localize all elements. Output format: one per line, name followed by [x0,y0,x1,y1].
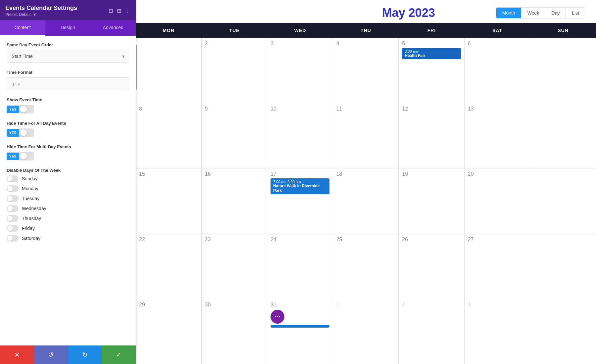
cal-cell-w1-d6[interactable]: 6 [465,38,530,103]
cal-cell-w4-d1[interactable]: 22 [136,234,202,299]
view-month-button[interactable]: Month [496,8,522,18]
hide-time-multi-day-group: Hide Time For Multi-Day Events YES [7,144,129,160]
checkbox-inner-thursday [7,216,13,221]
view-week-button[interactable]: Week [522,8,546,18]
checkbox-inner-wednesday [7,206,13,211]
cal-cell-w4-d2[interactable]: 23 [202,234,268,299]
cal-cell-w5-d6[interactable]: 3 [465,299,530,364]
day-toggle-monday[interactable]: Monday [7,185,129,192]
minimize-icon[interactable]: ⊡ [109,8,113,14]
cal-cell-w3-d4[interactable]: 18 [333,168,399,233]
toggle-switch2[interactable] [19,128,34,137]
hide-time-multi-day-label: Hide Time For Multi-Day Events [7,144,129,149]
cal-cell-w1-d1[interactable] [136,38,202,103]
cal-cell-w5-d1[interactable]: 29 [136,299,202,364]
checkbox-box-tuesday[interactable] [7,195,19,202]
expand-icon[interactable]: ⊞ [117,8,121,14]
day-toggle-saturday[interactable]: Saturday [7,235,129,242]
cell-number: 4 [336,41,395,47]
cell-number: 3 [468,302,527,308]
checkbox-box-monday[interactable] [7,185,19,192]
checkbox-inner-sunday [7,176,13,181]
cal-cell-w3-d2[interactable]: 16 [202,168,268,233]
event-name: Health Fair [405,53,458,58]
tab-design[interactable]: Design [45,20,91,36]
view-list-button[interactable]: List [566,8,585,18]
day-header-tue: TUE [202,23,268,38]
event-health-fair[interactable]: 8:00 am Health Fair [402,48,461,59]
cal-cell-w4-d5[interactable]: 26 [399,234,465,299]
cal-cell-w4-d7[interactable] [530,234,596,299]
event-nature-walk[interactable]: 7:00 am-9:00 am Nature Walk in Riverside… [271,178,329,194]
cal-cell-w2-d7[interactable] [530,103,596,168]
cal-cell-w1-d2[interactable]: 2 [202,38,268,103]
cal-cell-w3-d6[interactable]: 20 [465,168,530,233]
event-time: 8:00 am [405,49,458,53]
cal-cell-w2-d2[interactable]: 9 [202,103,268,168]
day-toggle-friday[interactable]: Friday [7,225,129,232]
save-button[interactable]: ✓ [102,345,136,364]
checkbox-box-saturday[interactable] [7,235,19,242]
cal-cell-w4-d6[interactable]: 27 [465,234,530,299]
cal-cell-w1-d7[interactable] [530,38,596,103]
checkbox-list: Sunday Monday Tuesday Wednesday Thursday [7,175,129,242]
same-day-event-order-select[interactable]: Start Time End Time Title [7,50,129,62]
calendar-grid: MON TUE WED THU FRI SAT SUN 2 3 [136,23,596,364]
cal-cell-w3-d1[interactable]: 15 [136,168,202,233]
toggle-switch3[interactable] [19,152,34,160]
more-events-button[interactable]: ··· [271,310,284,324]
cal-cell-w5-d3[interactable]: 31 ··· [267,299,333,364]
same-day-event-order-select-wrapper[interactable]: Start Time End Time Title ▾ [7,50,129,63]
cal-cell-w1-d3[interactable]: 3 [267,38,333,103]
event-time: 7:00 am-9:00 am [273,180,327,184]
cal-cell-w1-d4[interactable]: 4 [333,38,399,103]
cell-number: 16 [205,171,264,177]
cell-number: 31 [271,302,329,308]
tab-content[interactable]: Content [0,20,45,36]
day-toggle-sunday[interactable]: Sunday [7,175,129,182]
checkbox-box-sunday[interactable] [7,175,19,182]
tab-advanced[interactable]: Advanced [90,20,136,36]
cal-cell-w2-d6[interactable]: 13 [465,103,530,168]
cal-cell-w2-d1[interactable]: 8 [136,103,202,168]
checkbox-box-thursday[interactable] [7,215,19,222]
cal-cell-w5-d4[interactable]: 1 [333,299,399,364]
cell-number: 12 [402,106,461,112]
cancel-button[interactable]: ✕ [0,345,34,364]
calendar-week-1: 2 3 4 5 8:00 am Health Fair 6 [136,38,596,103]
day-toggle-wednesday[interactable]: Wednesday [7,205,129,212]
hide-time-all-day-group: Hide Time For All Day Events YES [7,121,129,137]
more-icon[interactable]: ⋮ [125,8,130,14]
cal-cell-w5-d5[interactable]: 2 [399,299,465,364]
cal-cell-w5-d2[interactable]: 30 [202,299,268,364]
cal-cell-w3-d3[interactable]: 17 7:00 am-9:00 am Nature Walk in Rivers… [267,168,333,233]
cell-number: 20 [468,171,527,177]
cal-cell-w1-d5[interactable]: 5 8:00 am Health Fair [399,38,465,103]
show-event-time-toggle[interactable]: YES [7,105,129,114]
cal-cell-w2-d4[interactable]: 11 [333,103,399,168]
cell-number: 15 [139,171,198,177]
day-toggle-tuesday[interactable]: Tuesday [7,195,129,202]
cell-number: 8 [139,106,198,112]
cal-cell-w4-d4[interactable]: 25 [333,234,399,299]
cal-cell-w4-d3[interactable]: 24 [267,234,333,299]
cal-cell-w2-d3[interactable]: 10 [267,103,333,168]
toggle-switch[interactable] [19,105,34,114]
view-day-button[interactable]: Day [545,8,566,18]
checkbox-box-wednesday[interactable] [7,205,19,212]
time-format-input[interactable] [7,77,129,90]
hide-time-all-day-toggle[interactable]: YES [7,128,129,137]
cal-cell-w3-d7[interactable] [530,168,596,233]
redo-button[interactable]: ↻ [68,345,102,364]
hide-time-multi-day-toggle[interactable]: YES [7,152,129,160]
checkbox-box-friday[interactable] [7,225,19,232]
cal-cell-w2-d5[interactable]: 12 [399,103,465,168]
checkbox-inner-friday [7,226,13,231]
undo-button[interactable]: ↺ [34,345,68,364]
cal-cell-w3-d5[interactable]: 19 [399,168,465,233]
cal-cell-w5-d7[interactable] [530,299,596,364]
cell-number: 11 [336,106,395,112]
event-31[interactable] [271,325,329,328]
event-name: Nature Walk in Riverside Park [273,184,327,193]
day-toggle-thursday[interactable]: Thursday [7,215,129,222]
